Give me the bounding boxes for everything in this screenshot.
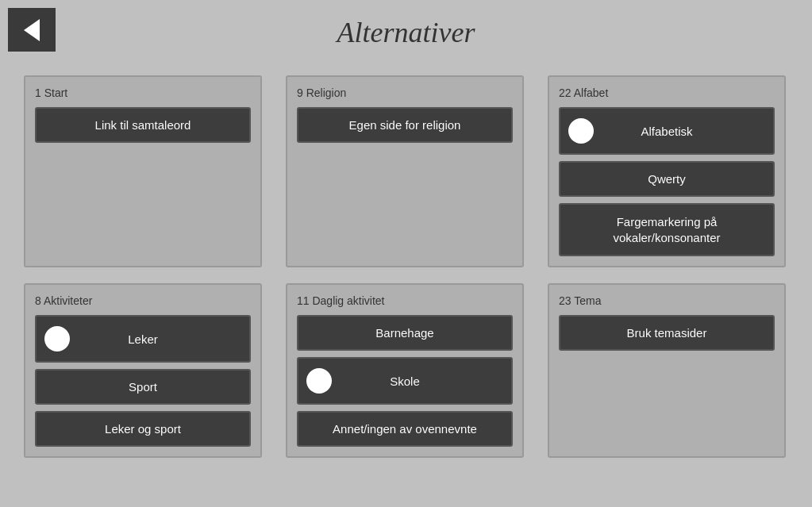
option-skole-label: Skole (340, 374, 503, 388)
option-leker-label: Leker (78, 332, 241, 346)
option-leker[interactable]: Leker (35, 315, 251, 363)
option-link-samtaleord-label: Link til samtaleord (44, 118, 241, 132)
card-start-title: 1 Start (35, 86, 251, 99)
circle-icon-alfabetisk (568, 118, 594, 144)
option-qwerty[interactable]: Qwerty (559, 161, 775, 197)
option-leker-og-sport[interactable]: Leker og sport (35, 411, 251, 447)
card-daglig-title: 11 Daglig aktivitet (297, 294, 513, 307)
cards-container: 1 Start Link til samtaleord 9 Religion E… (24, 75, 788, 458)
option-annet-label: Annet/ingen av ovennevnte (306, 422, 503, 436)
option-bruk-temasider[interactable]: Bruk temasider (559, 315, 775, 351)
page-title: Alternativer (0, 16, 812, 49)
option-alfabetisk-label: Alfabetisk (602, 125, 765, 138)
option-qwerty-label: Qwerty (568, 172, 765, 186)
option-barnehage[interactable]: Barnehage (297, 315, 513, 351)
option-annet[interactable]: Annet/ingen av ovennevnte (297, 411, 513, 447)
circle-icon-skole (306, 368, 332, 394)
option-bruk-temasider-label: Bruk temasider (568, 326, 765, 340)
card-religion: 9 Religion Egen side for religion (286, 75, 524, 267)
option-fargemarkering-label: Fargemarkering på vokaler/konsonanter (568, 214, 765, 245)
option-egen-side-religion-label: Egen side for religion (306, 118, 503, 132)
card-alfabet: 22 Alfabet Alfabetisk Qwerty Fargemarker… (548, 75, 786, 267)
circle-icon-leker (44, 326, 70, 351)
card-tema-title: 23 Tema (559, 294, 775, 307)
option-leker-og-sport-label: Leker og sport (44, 422, 241, 436)
card-religion-title: 9 Religion (297, 86, 513, 99)
option-skole[interactable]: Skole (297, 357, 513, 405)
option-link-samtaleord[interactable]: Link til samtaleord (35, 107, 251, 143)
card-aktiviteter: 8 Aktiviteter Leker Sport Leker og sport (24, 283, 262, 458)
option-fargemarkering[interactable]: Fargemarkering på vokaler/konsonanter (559, 203, 775, 256)
option-alfabetisk[interactable]: Alfabetisk (559, 107, 775, 155)
card-alfabet-title: 22 Alfabet (559, 86, 775, 99)
card-daglig: 11 Daglig aktivitet Barnehage Skole Anne… (286, 283, 524, 458)
option-sport[interactable]: Sport (35, 369, 251, 405)
card-aktiviteter-title: 8 Aktiviteter (35, 294, 251, 307)
option-sport-label: Sport (44, 380, 241, 394)
card-start: 1 Start Link til samtaleord (24, 75, 262, 267)
option-barnehage-label: Barnehage (306, 326, 503, 340)
option-egen-side-religion[interactable]: Egen side for religion (297, 107, 513, 143)
card-tema: 23 Tema Bruk temasider (548, 283, 786, 458)
